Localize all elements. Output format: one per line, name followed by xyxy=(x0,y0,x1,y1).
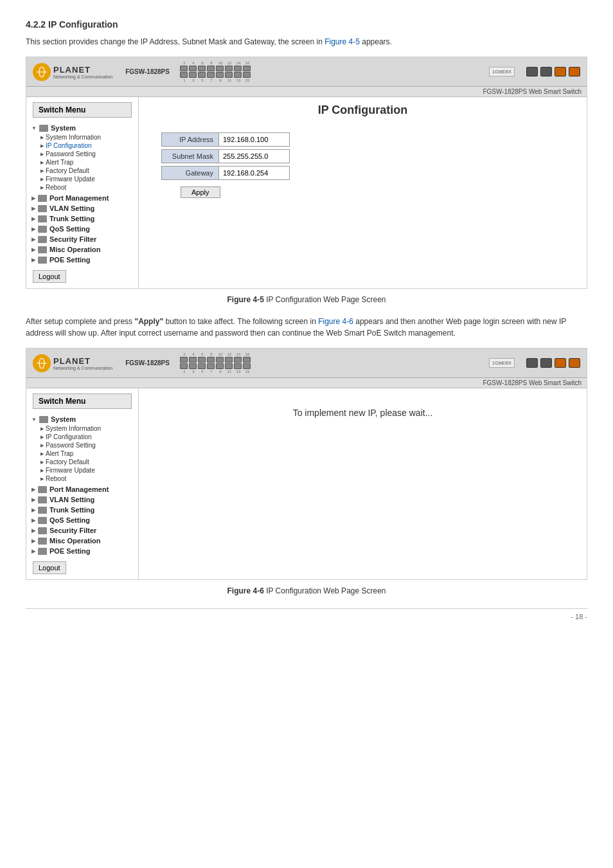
port-3 xyxy=(189,72,197,78)
sidebar-item-ipconfig-1[interactable]: IP Configuration xyxy=(26,141,138,150)
gateway-input[interactable] xyxy=(219,166,290,180)
sidebar-item-system-2[interactable]: ▼ System xyxy=(26,414,138,424)
ip-address-input[interactable] xyxy=(219,132,290,147)
sidebar-2: Switch Menu ▼ System System Information … xyxy=(26,388,139,579)
port-1 xyxy=(180,72,188,78)
sidebar-item-vlan-2[interactable]: ▶ VLAN Setting xyxy=(26,494,138,505)
uplink-port-2c xyxy=(555,358,566,368)
logout-button-1[interactable]: Logout xyxy=(33,270,66,283)
system-icon-1 xyxy=(39,125,48,132)
device-title-bar-2: FGSW-1828PS Web Smart Switch xyxy=(26,378,587,388)
port12-2 xyxy=(225,357,233,363)
device-model-1: FGSW-1828PS xyxy=(125,68,170,75)
sidebar-item-password-1[interactable]: Password Setting xyxy=(26,150,138,158)
port-group-1: 2 4 6 8 10 12 14 16 xyxy=(180,61,252,82)
sidebar-item-sysinfo-1[interactable]: System Information xyxy=(26,133,138,141)
sidebar-item-trunk-1[interactable]: ▶ Trunk Setting xyxy=(26,213,138,224)
port5-2 xyxy=(198,363,206,369)
sidebar-item-system-1[interactable]: ▼ System xyxy=(26,123,138,133)
poe-icon-1 xyxy=(38,257,47,264)
figure-4-6-caption: Figure 4-6 IP Configuration Web Page Scr… xyxy=(26,586,587,595)
planet-logo-1: PLANET Networking & Communication xyxy=(33,63,112,81)
sidebar-item-alerttrap-2[interactable]: Alert Trap xyxy=(26,449,138,458)
sidebar-item-qos-1[interactable]: ▶ QoS Setting xyxy=(26,224,138,234)
port-15 xyxy=(243,72,251,78)
figure-4-6-box: PLANET Networking & Communication FGSW-1… xyxy=(26,348,587,580)
uplink-port-1a xyxy=(526,67,538,77)
ip-address-label: IP Address xyxy=(161,132,219,147)
sidebar-item-misc-2[interactable]: ▶ Misc Operation xyxy=(26,536,138,546)
apply-button-1[interactable]: Apply xyxy=(181,186,220,198)
sidebar-item-vlan-1[interactable]: ▶ VLAN Setting xyxy=(26,203,138,213)
uplink-port-1d xyxy=(569,67,580,77)
port-14 xyxy=(234,66,242,71)
port1-2 xyxy=(180,363,188,369)
sfp-label-2: 1GbE8X xyxy=(489,358,515,368)
content-area-1: Switch Menu ▼ System System Information … xyxy=(26,97,587,288)
sidebar-item-misc-1[interactable]: ▶ Misc Operation xyxy=(26,244,138,255)
sfp-label-1: 1GbE8X xyxy=(489,67,515,77)
sidebar-item-password-2[interactable]: Password Setting xyxy=(26,441,138,449)
subnet-mask-input[interactable] xyxy=(219,149,290,163)
port-16 xyxy=(243,66,251,71)
sidebar-item-poe-1[interactable]: ▶ POE Setting xyxy=(26,255,138,265)
section-title: 4.2.2 IP Configuration xyxy=(26,19,587,30)
port-11 xyxy=(225,72,233,78)
sidebar-item-trunk-2[interactable]: ▶ Trunk Setting xyxy=(26,505,138,515)
system-arrow-2: ▼ xyxy=(31,417,37,422)
page-number: - 18 - xyxy=(26,608,587,620)
sidebar-item-factory-2[interactable]: Factory Default xyxy=(26,458,138,466)
ip-config-form: IP Address Subnet Mask Gateway Apply xyxy=(148,126,577,204)
figure-4-6-link[interactable]: Figure 4-6 xyxy=(318,317,353,326)
vlan-arrow-1: ▶ xyxy=(31,206,35,212)
port-12 xyxy=(225,66,233,71)
sidebar-item-portmgmt-2[interactable]: ▶ Port Management xyxy=(26,484,138,494)
port-group-2: 2 4 6 8 10 12 14 16 xyxy=(180,352,252,374)
sidebar-item-security-2[interactable]: ▶ Security Filter xyxy=(26,525,138,536)
sidebar-1: Switch Menu ▼ System System Information … xyxy=(26,97,139,288)
misc-arrow-1: ▶ xyxy=(31,247,35,253)
sidebar-item-firmware-1[interactable]: Firmware Update xyxy=(26,175,138,183)
after-paragraph: After setup complete and press "Apply" b… xyxy=(26,316,587,339)
sidebar-section-system-1: ▼ System System Information IP Configura… xyxy=(26,123,138,192)
sidebar-item-portmgmt-1[interactable]: ▶ Port Management xyxy=(26,193,138,203)
port7-2 xyxy=(207,363,215,369)
logout-button-2[interactable]: Logout xyxy=(33,561,66,574)
portmgmt-icon-1 xyxy=(38,195,47,202)
port14-2 xyxy=(234,357,242,363)
figure-4-5-box: PLANET Networking & Communication FGSW-1… xyxy=(26,57,587,289)
port-13 xyxy=(234,72,242,78)
subnet-mask-row: Subnet Mask xyxy=(161,149,290,163)
sidebar-item-qos-2[interactable]: ▶ QoS Setting xyxy=(26,515,138,525)
sidebar-item-firmware-2[interactable]: Firmware Update xyxy=(26,466,138,475)
planet-logo-2: PLANET Networking & Communication xyxy=(33,354,112,372)
sidebar-item-sysinfo-2[interactable]: System Information xyxy=(26,424,138,433)
port15-2 xyxy=(243,363,251,369)
switch-menu-button-2[interactable]: Switch Menu xyxy=(33,393,132,409)
poe-arrow-1: ▶ xyxy=(31,257,35,263)
portmgmt-arrow-1: ▶ xyxy=(31,195,35,201)
sidebar-item-alerttrap-1[interactable]: Alert Trap xyxy=(26,158,138,167)
port-10 xyxy=(216,66,224,71)
subnet-mask-label: Subnet Mask xyxy=(161,149,219,163)
vlan-icon-1 xyxy=(38,205,47,212)
sidebar-item-ipconfig-2[interactable]: IP Configuration xyxy=(26,433,138,441)
device-title-bar-1: FGSW-1828PS Web Smart Switch xyxy=(26,87,587,97)
ip-config-title-1: IP Configuration xyxy=(148,104,577,117)
figure-4-5-link[interactable]: Figure 4-5 xyxy=(324,37,360,46)
sidebar-item-factory-1[interactable]: Factory Default xyxy=(26,167,138,175)
sidebar-item-reboot-1[interactable]: Reboot xyxy=(26,183,138,192)
port16-2 xyxy=(243,357,251,363)
uplink-port-2a xyxy=(526,358,538,368)
port6-2 xyxy=(198,357,206,363)
port-7 xyxy=(207,72,215,78)
sidebar-item-reboot-2[interactable]: Reboot xyxy=(26,475,138,483)
content-area-2: Switch Menu ▼ System System Information … xyxy=(26,388,587,579)
sidebar-item-security-1[interactable]: ▶ Security Filter xyxy=(26,234,138,244)
main-panel-2: To implement new IP, please wait... xyxy=(139,388,587,579)
sidebar-item-poe-2[interactable]: ▶ POE Setting xyxy=(26,546,138,556)
security-arrow-1: ▶ xyxy=(31,237,35,242)
port-4 xyxy=(189,66,197,71)
switch-menu-button-1[interactable]: Switch Menu xyxy=(33,102,132,118)
section-description: This section provides change the IP Addr… xyxy=(26,36,587,48)
